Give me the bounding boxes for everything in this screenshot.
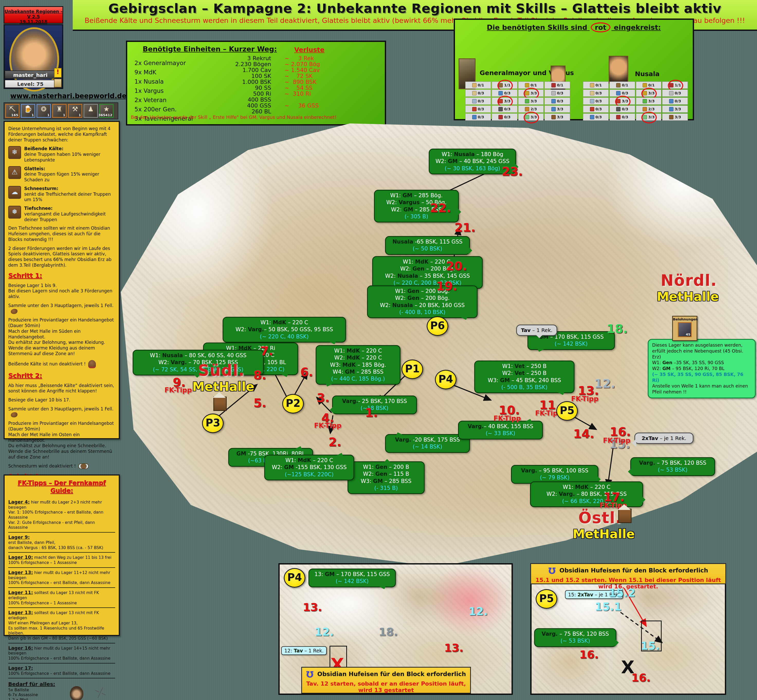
skill-cell[interactable]: 0/3 [465,97,491,105]
skill-value: 3/3 [531,99,537,103]
bubble-text: Vet [515,370,524,376]
bubble-text: – 40 BSK, 245 GSS [457,158,509,164]
skill-cell[interactable]: 0/3 [609,105,635,112]
skill-cell[interactable]: 0/3 [545,89,570,97]
bubble-text: W1: [563,484,575,490]
bubble-text: W1: [334,348,347,354]
ore-cross-icon[interactable]: ⛏165 [5,104,20,118]
bubble-line: Varg. – 75 BSK, 120 BSS [537,631,613,638]
skill-cell[interactable]: 0/1 [518,81,544,89]
info-paragraph: Sammle unter den 3 Hauptlagern, jeweils … [8,303,115,314]
fk-section: Lager 4: hier mußt du Lager 2+3 nicht me… [8,497,115,532]
skill-cell[interactable]: 0/1 [465,81,491,89]
skill-grid-generals: 0/11/10/10/10/30/33/30/30/33/33/30/30/30… [465,81,570,120]
bubble-text: 2xTav [641,435,658,441]
skill-cell[interactable]: 0/1 [636,81,662,89]
skill-value: 0/3 [596,99,602,103]
skill-cell[interactable]: 2/3 [518,105,544,112]
skill-cell[interactable]: 0/3 [583,89,609,97]
star-icon[interactable]: ★365412 [99,104,114,118]
position-pin-p2: P2 [282,394,304,414]
bubble-text: (~125 BSK, 220C) [285,471,334,478]
skill-cell[interactable]: 1/1 [662,81,688,89]
skill-cell[interactable]: 3/3 [545,105,570,112]
bubble-text: – 170 BSK, 115 GSS [549,334,604,340]
skill-cell[interactable]: 0/3 [583,105,609,112]
bubble-line: (~ 33 BSK) [461,430,540,437]
skill-cell[interactable]: 1/1 [492,81,517,89]
skill-cell[interactable]: 3/3 [636,113,662,120]
skill-cell[interactable]: 3/3 [518,97,544,105]
skill-cell[interactable]: 2/3 [636,105,662,112]
danger-zone-overlay [407,564,512,655]
skill-icon [472,83,476,88]
note-text: 2xTav [578,592,593,597]
guide-page: { "version_box":{"line1":"Unbekannte Reg… [0,0,757,700]
skill-cell[interactable]: 0/3 [545,97,570,105]
skill-cell[interactable]: 3/3 [636,89,662,97]
trap-icon[interactable]: ⚒1 [68,104,82,118]
debuff-row: ☁Schneesturm:senkt die Treffsicherheit d… [8,186,115,203]
bubble-line: W3: GM – 285 BSS [351,478,421,485]
rot-highlight: rot [591,22,610,33]
skill-cell[interactable]: 0/3 [492,105,517,112]
skill-icon [472,115,476,119]
skill-value: 1/1 [504,83,510,87]
bubble-text: GM [662,366,671,371]
bubble-text: Tav [521,327,531,333]
skill-cell[interactable]: 0/3 [465,89,491,97]
bubble-text: MdK [415,259,429,265]
bubble-tail [535,334,543,342]
skill-cell[interactable]: 3/3 [609,97,635,105]
skill-cell[interactable]: 0/3 [662,89,688,97]
skill-value: 3/3 [622,99,628,103]
bubble-text: – 220 C [311,457,333,463]
bubble-text: W2: [334,355,347,361]
skill-cell[interactable]: 0/1 [583,81,609,89]
skill-cell[interactable]: 3/3 [662,113,688,120]
snowball-icon[interactable]: ❂1 [36,104,51,118]
skill-cell[interactable]: 0/3 [662,97,688,105]
bubble-line: (~ 53 BSK) [537,638,613,644]
amount-row: 500 Ri [209,91,271,97]
skill-cell[interactable]: 3/3 [518,89,544,97]
skill-cell[interactable]: 0/3 [583,113,609,120]
skill-cell[interactable]: 3/3 [492,97,517,105]
skill-cell[interactable]: 3/3 [545,113,570,120]
amount-row: 90 SS [209,85,271,91]
skill-value: 0/3 [478,99,484,103]
portrait-icon[interactable]: ♟ [84,104,98,118]
star-icon: ★ [100,105,113,113]
general-row: 1x Vargus [134,86,193,95]
skill-cell[interactable]: 0/1 [609,81,635,89]
inset-camp-number: 12. [315,626,334,638]
skill-value: 3/3 [675,115,681,119]
step-header: Schritt 2: [8,372,115,380]
goggles-icon [78,463,89,469]
skill-cell[interactable]: 0/3 [609,89,635,97]
catapult-icon: ♜ [53,105,66,113]
skill-cell[interactable]: 0/3 [465,105,491,112]
skill-icon [669,91,673,95]
skill-cell[interactable]: 0/3 [609,113,635,120]
catapult-icon[interactable]: ♜1 [52,104,67,118]
methalle-building-icon [618,509,632,523]
bubble-line: W1: MdK – 220 C [533,484,640,491]
skill-cell[interactable]: 0/3 [583,97,609,105]
skill-cell[interactable]: 3/3 [636,97,662,105]
attack-bubble: Varg.– 40 BSK, 155 BSS(~ 33 BSK) [458,421,543,439]
bubble-line: W2: Gen – 200 Bög. [370,295,474,302]
website-link[interactable]: www.masterhari.beepworld.de [10,92,118,100]
skill-cell[interactable]: 3/3 [662,105,688,112]
skill-cell[interactable]: 0/3 [492,113,517,120]
position-pin-p1: P1 [401,359,423,379]
fk-section: Lager 13: solltest du Lager 13 nicht mit… [8,608,115,643]
trap-icon: ⚒ [69,105,81,113]
skill-cell[interactable]: 0/1 [545,81,570,89]
skill-cell[interactable]: 0/3 [492,89,517,97]
mug-icon[interactable]: 🍺1 [21,104,35,118]
info-paragraph: Den Tiefschnee sollten wir mit einem Obs… [8,225,115,242]
skill-icon [551,115,556,119]
skill-cell[interactable]: 0/3 [465,113,491,120]
skill-cell[interactable]: 3/3 [518,113,544,120]
